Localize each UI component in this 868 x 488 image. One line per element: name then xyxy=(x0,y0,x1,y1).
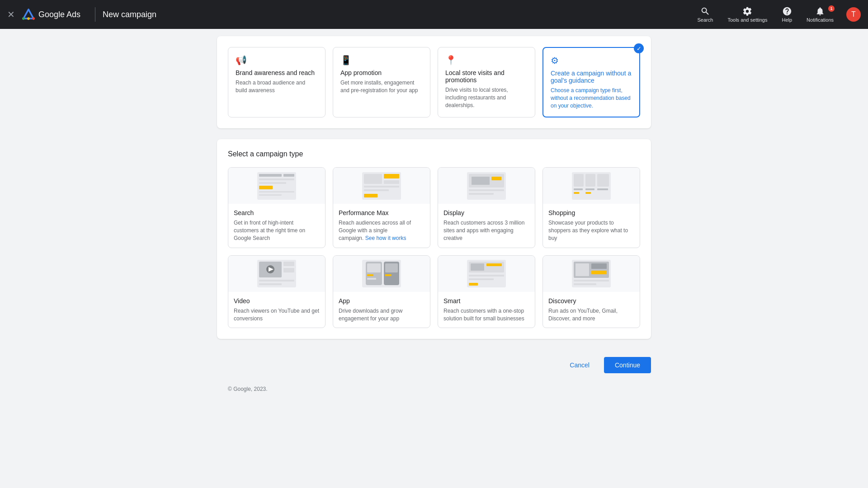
svg-rect-40 xyxy=(283,268,294,272)
search-card-title: Search xyxy=(234,209,320,216)
svg-rect-53 xyxy=(471,263,484,271)
continue-button[interactable]: Continue xyxy=(604,357,651,373)
svg-rect-34 xyxy=(585,192,591,194)
campaign-card-perf-max[interactable]: Performance Max Reach audiences across a… xyxy=(333,167,430,248)
svg-rect-17 xyxy=(364,186,399,188)
campaign-card-app[interactable]: App Drive downloads and grow engagement … xyxy=(333,255,430,328)
notifications-button[interactable]: 1 Notifications xyxy=(801,5,839,24)
help-button[interactable]: Help xyxy=(776,5,797,24)
no-goal-icon: ⚙ xyxy=(551,55,632,66)
local-store-icon: 📍 xyxy=(445,55,528,66)
goal-card-no-goal[interactable]: ✓ ⚙ Create a campaign without a goal's g… xyxy=(542,47,640,117)
shopping-card-desc: Showcase your products to shoppers as th… xyxy=(548,219,634,242)
svg-rect-11 xyxy=(259,191,294,192)
campaign-cards-grid: Search Get in front of high-intent custo… xyxy=(228,167,640,328)
svg-rect-50 xyxy=(385,274,392,276)
avatar[interactable]: T xyxy=(846,7,861,22)
svg-rect-54 xyxy=(486,263,502,266)
selected-check-icon: ✓ xyxy=(634,43,644,53)
svg-rect-15 xyxy=(384,174,399,178)
svg-rect-30 xyxy=(574,188,583,190)
campaign-card-smart[interactable]: Smart Reach customers with a one-stop so… xyxy=(438,255,535,328)
app-promotion-icon: 📱 xyxy=(340,55,423,66)
campaign-card-search[interactable]: Search Get in front of high-intent custo… xyxy=(228,167,326,248)
display-card-desc: Reach customers across 3 million sites a… xyxy=(443,219,529,242)
svg-rect-47 xyxy=(367,278,376,280)
perf-max-preview xyxy=(333,168,430,204)
smart-card-desc: Reach customers with a one-stop solution… xyxy=(443,307,529,323)
local-store-desc: Drive visits to local stores, including … xyxy=(445,86,528,109)
campaign-card-discovery[interactable]: Discovery Run ads on YouTube, Gmail, Dis… xyxy=(542,255,640,328)
tools-settings-button[interactable]: Tools and settings xyxy=(722,5,773,24)
svg-rect-28 xyxy=(585,174,595,187)
perf-max-card-desc: Reach audiences across all of Google wit… xyxy=(339,219,425,242)
svg-marker-1 xyxy=(24,9,33,19)
app-preview xyxy=(333,256,430,292)
brand-awareness-title: Brand awareness and reach xyxy=(236,69,318,76)
header: ✕ Google Ads New campaign Search Tools a… xyxy=(0,0,868,29)
svg-rect-55 xyxy=(486,268,502,271)
svg-rect-10 xyxy=(259,186,273,189)
see-how-link[interactable]: See how it works xyxy=(365,235,406,241)
search-card-desc: Get in front of high-intent customers at… xyxy=(234,219,320,242)
svg-rect-25 xyxy=(469,193,494,195)
search-preview xyxy=(228,168,325,204)
svg-rect-12 xyxy=(259,194,282,196)
svg-rect-23 xyxy=(491,177,501,180)
no-goal-desc: Choose a campaign type first, without a … xyxy=(551,87,632,109)
app-card-title: App xyxy=(339,297,425,305)
shopping-card-title: Shopping xyxy=(548,209,634,216)
smart-preview xyxy=(438,256,535,292)
campaign-card-display[interactable]: Display Reach customers across 3 million… xyxy=(438,167,535,248)
campaign-card-video[interactable]: Video Reach viewers on YouTube and get c… xyxy=(228,255,326,328)
perf-max-card-title: Performance Max xyxy=(339,209,425,216)
campaign-card-shopping[interactable]: Shopping Showcase your products to shopp… xyxy=(542,167,640,248)
cancel-button[interactable]: Cancel xyxy=(562,358,597,372)
discovery-card-title: Discovery xyxy=(548,297,634,305)
goal-card-brand-awareness[interactable]: 📢 Brand awareness and reach Reach a broa… xyxy=(228,47,326,117)
copyright-text: © Google, 2023. xyxy=(217,380,651,398)
brand-name: Google Ads xyxy=(38,10,80,19)
close-icon[interactable]: ✕ xyxy=(7,9,15,20)
svg-rect-8 xyxy=(259,178,294,180)
goal-card-app-promotion[interactable]: 📱 App promotion Get more installs, engag… xyxy=(333,47,430,117)
video-card-title: Video xyxy=(234,297,320,305)
svg-point-3 xyxy=(22,17,25,20)
page-title: New campaign xyxy=(103,10,156,19)
tools-settings-label: Tools and settings xyxy=(727,17,767,23)
main-content: 📢 Brand awareness and reach Reach a broa… xyxy=(217,0,651,416)
svg-rect-27 xyxy=(574,174,584,187)
goal-card-local-store[interactable]: 📍 Local store visits and promotions Driv… xyxy=(438,47,535,117)
campaign-type-section: Select a campaign type xyxy=(217,139,651,339)
google-ads-logo: Google Ads xyxy=(22,8,88,21)
svg-rect-31 xyxy=(585,188,594,190)
svg-rect-46 xyxy=(367,274,373,276)
svg-rect-32 xyxy=(597,188,608,190)
svg-rect-14 xyxy=(364,174,382,184)
svg-rect-49 xyxy=(385,263,398,272)
campaign-section-title: Select a campaign type xyxy=(228,150,640,158)
svg-rect-19 xyxy=(364,194,377,197)
display-preview xyxy=(438,168,535,204)
svg-rect-63 xyxy=(591,271,607,274)
brand-awareness-icon: 📢 xyxy=(236,55,318,66)
svg-rect-56 xyxy=(469,275,504,277)
video-preview xyxy=(228,256,325,292)
svg-rect-22 xyxy=(472,177,490,185)
notifications-label: Notifications xyxy=(807,17,834,23)
svg-rect-29 xyxy=(597,174,609,187)
search-nav-button[interactable]: Search xyxy=(692,5,719,24)
shopping-preview xyxy=(543,168,640,204)
svg-rect-39 xyxy=(283,262,294,266)
svg-rect-6 xyxy=(259,174,282,177)
display-card-title: Display xyxy=(443,209,529,216)
svg-rect-41 xyxy=(259,280,294,282)
help-label: Help xyxy=(782,17,792,23)
header-divider xyxy=(95,7,95,22)
svg-rect-62 xyxy=(591,263,607,269)
svg-point-2 xyxy=(27,17,30,20)
svg-rect-58 xyxy=(469,283,478,286)
svg-rect-57 xyxy=(469,278,494,280)
svg-rect-64 xyxy=(574,280,609,282)
notification-badge: 1 xyxy=(828,5,835,12)
